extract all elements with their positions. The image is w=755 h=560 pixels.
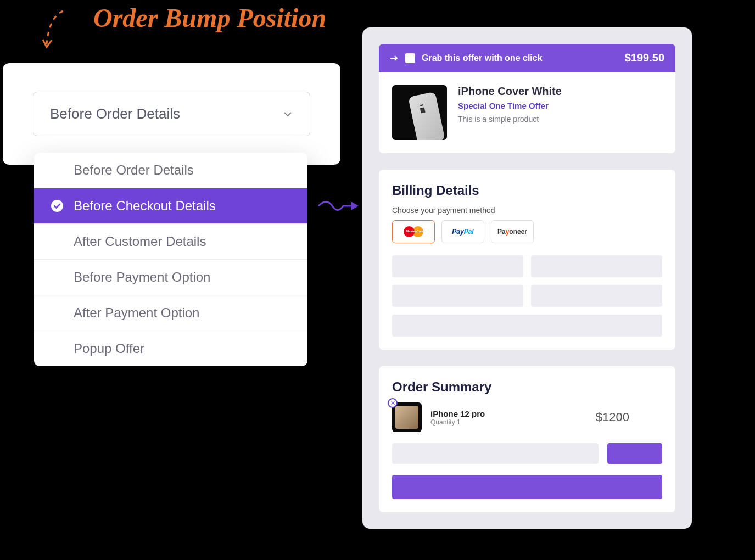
position-dropdown: Before Order DetailsBefore Checkout Deta… <box>34 153 307 366</box>
payment-method-payoneer[interactable]: Payoneer <box>491 220 534 243</box>
billing-details-card: Billing Details Choose your payment meth… <box>379 170 675 350</box>
offer-price: $199.50 <box>625 52 664 64</box>
order-item-image: ✕ <box>392 402 422 432</box>
offer-description: This is a simple product <box>458 115 562 124</box>
arrow-right-icon <box>390 55 399 61</box>
apply-coupon-button[interactable] <box>607 443 662 464</box>
billing-sub-label: Choose your payment method <box>392 206 662 215</box>
billing-input[interactable] <box>392 255 523 277</box>
order-summary-card: Order Summary ✕ iPhone 12 pro Quantity 1… <box>379 366 675 512</box>
connect-arrow-icon <box>316 195 362 217</box>
remove-item-button[interactable]: ✕ <box>388 398 398 408</box>
checkout-preview: Grab this offer with one click $199.50 i… <box>362 27 692 529</box>
order-item-price: $1200 <box>596 410 629 424</box>
order-item-qty: Quantity 1 <box>430 418 485 426</box>
dropdown-option-label: After Customer Details <box>74 234 206 249</box>
chevron-down-icon <box>282 109 293 120</box>
billing-input[interactable] <box>392 285 523 307</box>
order-line-item: ✕ iPhone 12 pro Quantity 1 $1200 <box>392 402 662 432</box>
check-circle-icon <box>51 199 64 212</box>
dropdown-option-label: Before Order Details <box>74 163 194 177</box>
offer-product-name: iPhone Cover White <box>458 85 562 98</box>
dropdown-option-label: After Payment Option <box>74 305 199 320</box>
dropdown-option[interactable]: After Payment Option <box>34 295 307 331</box>
dropdown-option-label: Before Payment Option <box>74 270 210 284</box>
billing-input[interactable] <box>531 285 662 307</box>
order-bump-offer-card: Grab this offer with one click $199.50 i… <box>379 44 675 153</box>
payment-method-mastercard[interactable]: MasterCard <box>392 220 435 243</box>
position-select[interactable]: Before Order Details <box>33 92 310 136</box>
dropdown-option[interactable]: Popup Offer <box>34 331 307 366</box>
dropdown-option[interactable]: Before Order Details <box>34 153 307 188</box>
mastercard-label: MasterCard <box>406 229 424 233</box>
position-select-label: Before Order Details <box>50 105 180 122</box>
billing-heading: Billing Details <box>392 183 662 198</box>
svg-point-0 <box>51 200 63 212</box>
billing-input[interactable] <box>392 315 662 337</box>
payment-method-paypal[interactable]: PayPal <box>441 220 484 243</box>
order-item-name: iPhone 12 pro <box>430 409 485 418</box>
offer-grab-label: Grab this offer with one click <box>422 53 543 63</box>
dropdown-option[interactable]: Before Payment Option <box>34 260 307 295</box>
place-order-button[interactable] <box>392 475 662 499</box>
coupon-input[interactable] <box>392 443 599 464</box>
offer-product-image <box>392 85 447 140</box>
offer-special-label: Special One Time Offer <box>458 101 562 110</box>
billing-input[interactable] <box>531 255 662 277</box>
dropdown-option-label: Before Checkout Details <box>74 198 216 213</box>
position-selector-panel: Before Order Details <box>3 63 340 165</box>
dropdown-option[interactable]: Before Checkout Details <box>34 188 307 224</box>
summary-heading: Order Summary <box>392 379 662 395</box>
dropdown-option-label: Popup Offer <box>74 341 144 356</box>
page-title: Order Bump Position <box>93 3 326 33</box>
offer-header: Grab this offer with one click $199.50 <box>379 44 675 72</box>
dropdown-option[interactable]: After Customer Details <box>34 224 307 260</box>
offer-checkbox[interactable] <box>405 53 415 63</box>
